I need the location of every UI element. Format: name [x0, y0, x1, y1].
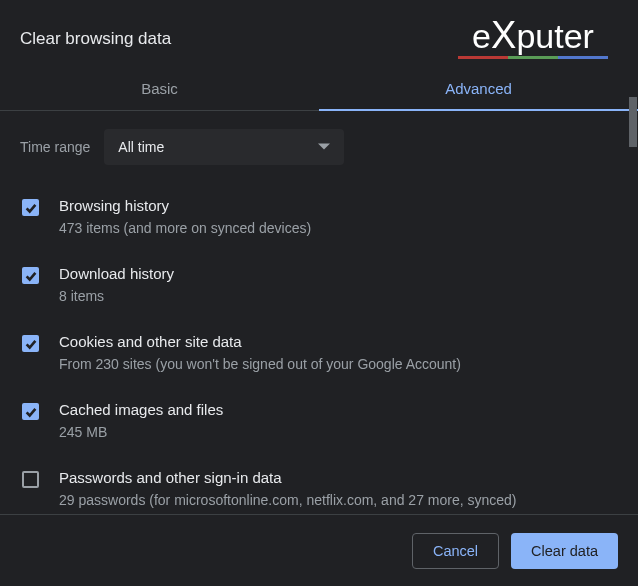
option-row: Download history8 items — [20, 255, 618, 323]
scrollbar[interactable] — [629, 97, 637, 494]
option-title: Download history — [59, 265, 618, 282]
time-range-label: Time range — [20, 139, 90, 155]
time-range-row: Time range All time — [20, 129, 618, 165]
check-icon — [24, 201, 38, 215]
option-checkbox[interactable] — [22, 471, 39, 488]
scrollbar-thumb[interactable] — [629, 97, 637, 147]
option-text: Download history8 items — [59, 265, 618, 307]
tab-advanced[interactable]: Advanced — [319, 66, 638, 110]
option-checkbox[interactable] — [22, 267, 39, 284]
option-row: Passwords and other sign-in data29 passw… — [20, 459, 618, 509]
tab-bar: Basic Advanced — [0, 66, 638, 111]
option-text: Cached images and files245 MB — [59, 401, 618, 443]
dialog-footer: Cancel Clear data — [0, 514, 638, 586]
chevron-down-icon — [318, 141, 330, 153]
option-title: Cached images and files — [59, 401, 618, 418]
option-row: Browsing history473 items (and more on s… — [20, 187, 618, 255]
clear-data-button[interactable]: Clear data — [511, 533, 618, 569]
check-icon — [24, 269, 38, 283]
option-row: Cookies and other site dataFrom 230 site… — [20, 323, 618, 391]
option-text: Cookies and other site dataFrom 230 site… — [59, 333, 618, 375]
option-checkbox[interactable] — [22, 335, 39, 352]
brand-logo-underline — [458, 56, 608, 59]
option-subtitle: 29 passwords (for microsoftonline.com, n… — [59, 490, 618, 509]
option-text: Browsing history473 items (and more on s… — [59, 197, 618, 239]
option-subtitle: 473 items (and more on synced devices) — [59, 218, 618, 239]
brand-logo-text: eXputer — [472, 16, 594, 54]
check-icon — [24, 405, 38, 419]
option-text: Passwords and other sign-in data29 passw… — [59, 469, 618, 509]
brand-logo: eXputer — [448, 16, 618, 62]
check-icon — [24, 337, 38, 351]
option-subtitle: From 230 sites (you won't be signed out … — [59, 354, 618, 375]
option-checkbox[interactable] — [22, 199, 39, 216]
cancel-button[interactable]: Cancel — [412, 533, 499, 569]
option-title: Cookies and other site data — [59, 333, 618, 350]
tab-basic[interactable]: Basic — [0, 66, 319, 110]
option-subtitle: 245 MB — [59, 422, 618, 443]
dialog-title: Clear browsing data — [20, 29, 171, 49]
option-subtitle: 8 items — [59, 286, 618, 307]
options-list: Browsing history473 items (and more on s… — [20, 187, 618, 509]
time-range-select[interactable]: All time — [104, 129, 344, 165]
option-checkbox[interactable] — [22, 403, 39, 420]
option-row: Cached images and files245 MB — [20, 391, 618, 459]
time-range-value: All time — [118, 139, 164, 155]
dialog-header: Clear browsing data eXputer — [0, 0, 638, 66]
option-title: Browsing history — [59, 197, 618, 214]
option-title: Passwords and other sign-in data — [59, 469, 618, 486]
dialog-body: Time range All time Browsing history473 … — [0, 111, 638, 509]
